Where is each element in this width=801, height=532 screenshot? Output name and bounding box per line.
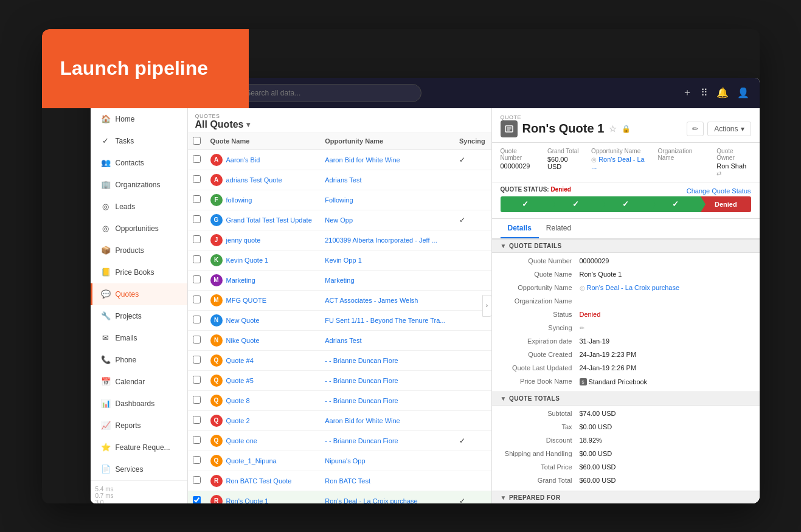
quote-name-link[interactable]: Nike Quote [226, 337, 260, 344]
sidebar-item-contacts[interactable]: 👥 Contacts [91, 152, 187, 174]
quote-name-link[interactable]: Ron BATC Test Quote [226, 477, 292, 485]
opp-name-link[interactable]: Marketing [325, 277, 354, 284]
actions-button[interactable]: Actions ▾ [707, 122, 751, 136]
quote-name-link[interactable]: Quote #4 [226, 357, 254, 364]
quote-name-link[interactable]: Ron's Quote 1 [226, 497, 269, 503]
sidebar-item-dashboards[interactable]: 📊 Dashboards [91, 393, 187, 415]
sidebar-item-leads[interactable]: ◎ Leads [91, 196, 187, 218]
opp-name-link[interactable]: Ron BATC Test [325, 477, 370, 485]
row-checkbox[interactable] [188, 230, 206, 250]
tab-details[interactable]: Details [501, 219, 539, 238]
quote-name-link[interactable]: Quote_1_Nipuna [226, 457, 277, 465]
sidebar-item-projects[interactable]: 🔧 Projects [91, 305, 187, 327]
section-header-quote-details[interactable]: ▼ QUOTE DETAILS [492, 239, 760, 253]
opp-name-link[interactable]: Ron's Deal - La Croix purchase [325, 497, 418, 503]
table-row[interactable]: A Aaron's Bid Aaron Bid for White Wine ✓ [188, 150, 491, 170]
opp-name-link[interactable]: Kevin Opp 1 [325, 257, 362, 264]
table-row[interactable]: Q Quote 2 Aaron Bid for White Wine [188, 410, 491, 430]
quote-name-link[interactable]: MFG QUOTE [226, 297, 267, 304]
search-bar[interactable]: 🔍 [227, 84, 421, 102]
section-header-prepared-for[interactable]: ▼ PREPARED FOR [492, 491, 760, 503]
table-row[interactable]: N Nike Quote Adrians Test [188, 330, 491, 350]
table-row[interactable]: M MFG QUOTE ACT Associates - James Welsh [188, 290, 491, 310]
opp-name-link[interactable]: Adrians Test [325, 337, 361, 344]
sidebar-item-quotes[interactable]: 💬 Quotes [91, 283, 187, 305]
table-row[interactable]: Q Quote #5 - - Brianne Duncan Fiore [188, 370, 491, 390]
row-checkbox[interactable] [188, 310, 206, 330]
sidebar-item-products[interactable]: 📦 Products [91, 240, 187, 261]
star-icon[interactable]: ☆ [609, 124, 617, 134]
search-input[interactable] [227, 84, 421, 102]
quote-name-link[interactable]: New Quote [226, 317, 260, 324]
table-row[interactable]: A adrians Test Quote Adrians Test [188, 170, 491, 190]
quote-name-link[interactable]: Kevin Quote 1 [226, 257, 269, 264]
plus-icon[interactable]: ＋ [682, 86, 692, 99]
sidebar-item-pricebooks[interactable]: 📒 Price Books [91, 261, 187, 283]
quote-name-link[interactable]: jenny quote [226, 237, 261, 244]
row-checkbox[interactable] [188, 471, 206, 491]
sidebar-item-emails[interactable]: ✉ Emails [91, 327, 187, 349]
opp-name-link[interactable]: New Opp [325, 216, 353, 224]
table-row[interactable]: R Ron BATC Test Quote Ron BATC Test [188, 471, 491, 491]
quote-name-link[interactable]: Marketing [226, 277, 255, 284]
opp-name-link[interactable]: Aaron Bid for White Wine [325, 417, 400, 424]
opp-name-link[interactable]: - - Brianne Duncan Fiore [325, 397, 398, 404]
opp-name-link[interactable]: - - Brianne Duncan Fiore [325, 437, 398, 444]
panel-toggle[interactable]: › [482, 295, 492, 317]
table-row[interactable]: K Kevin Quote 1 Kevin Opp 1 [188, 250, 491, 270]
row-checkbox[interactable] [188, 290, 206, 310]
table-row[interactable]: F following Following [188, 190, 491, 210]
grid-icon[interactable]: ⠿ [701, 87, 708, 98]
quote-name-link[interactable]: Quote one [226, 437, 257, 444]
row-checkbox[interactable] [188, 390, 206, 410]
row-checkbox[interactable] [188, 270, 206, 290]
table-row[interactable]: M Marketing Marketing [188, 270, 491, 290]
row-checkbox[interactable] [188, 350, 206, 370]
table-row[interactable]: Q Quote 8 - - Brianne Duncan Fiore [188, 390, 491, 410]
quote-name-link[interactable]: following [226, 196, 252, 204]
quote-name-link[interactable]: Aaron's Bid [226, 156, 260, 164]
sidebar-item-home[interactable]: 🏠 Home [91, 108, 187, 130]
edit-button[interactable]: ✏ [687, 122, 704, 136]
table-row[interactable]: N New Quote FU Sent 1/11 - Beyond The Te… [188, 310, 491, 330]
opp-name-link[interactable]: Following [325, 196, 353, 204]
row-checkbox[interactable] [188, 170, 206, 190]
quotes-dropdown-arrow[interactable]: ▾ [246, 120, 250, 129]
row-checkbox[interactable] [188, 491, 206, 503]
sidebar-item-feature-requests[interactable]: ⭐ Feature Reque... [91, 437, 187, 458]
opp-name-link[interactable]: Adrians Test [325, 176, 361, 184]
quote-name-link[interactable]: Quote #5 [226, 377, 254, 384]
quote-name-link[interactable]: Quote 8 [226, 397, 250, 404]
opp-name-link[interactable]: - - Brianne Duncan Fiore [325, 377, 398, 384]
row-checkbox[interactable] [188, 410, 206, 430]
row-checkbox[interactable] [188, 451, 206, 471]
table-row[interactable]: Q Quote #4 - - Brianne Duncan Fiore [188, 350, 491, 370]
row-checkbox[interactable] [188, 150, 206, 170]
row-checkbox[interactable] [188, 210, 206, 230]
row-checkbox[interactable] [188, 370, 206, 390]
opp-name-link[interactable]: - - Brianne Duncan Fiore [325, 357, 398, 364]
sidebar-item-phone[interactable]: 📞 Phone [91, 349, 187, 371]
select-all-checkbox[interactable] [193, 137, 201, 145]
opp-name-link[interactable]: ACT Associates - James Welsh [325, 297, 418, 304]
user-icon[interactable]: 👤 [737, 87, 749, 98]
opp-name-link[interactable]: Nipuna's Opp [325, 457, 365, 465]
sidebar-item-organizations[interactable]: 🏢 Organizations [91, 174, 187, 196]
quote-name-link[interactable]: Grand Total Test Test Update [226, 216, 312, 224]
opp-name-link[interactable]: Aaron Bid for White Wine [325, 156, 400, 164]
row-checkbox[interactable] [188, 250, 206, 270]
table-row[interactable]: G Grand Total Test Test Update New Opp ✓ [188, 210, 491, 230]
quote-name-link[interactable]: adrians Test Quote [226, 176, 282, 184]
sidebar-item-opportunities[interactable]: ◎ Opportunities [91, 218, 187, 240]
row-checkbox[interactable] [188, 430, 206, 451]
table-row[interactable]: Q Quote one - - Brianne Duncan Fiore ✓ [188, 430, 491, 451]
col-checkbox[interactable] [188, 133, 206, 150]
table-row[interactable]: R Ron's Quote 1 Ron's Deal - La Croix pu… [188, 491, 491, 503]
syncing-edit-icon[interactable]: ✏ [580, 325, 584, 331]
row-checkbox[interactable] [188, 190, 206, 210]
section-header-quote-totals[interactable]: ▼ QUOTE TOTALS [492, 392, 760, 406]
opp-name-link[interactable]: 2100399 Alberta Incorporated - Jeff ... [325, 237, 437, 244]
change-status-link[interactable]: Change Quote Status [687, 187, 751, 195]
row-checkbox[interactable] [188, 330, 206, 350]
quote-name-link[interactable]: Quote 2 [226, 417, 250, 424]
